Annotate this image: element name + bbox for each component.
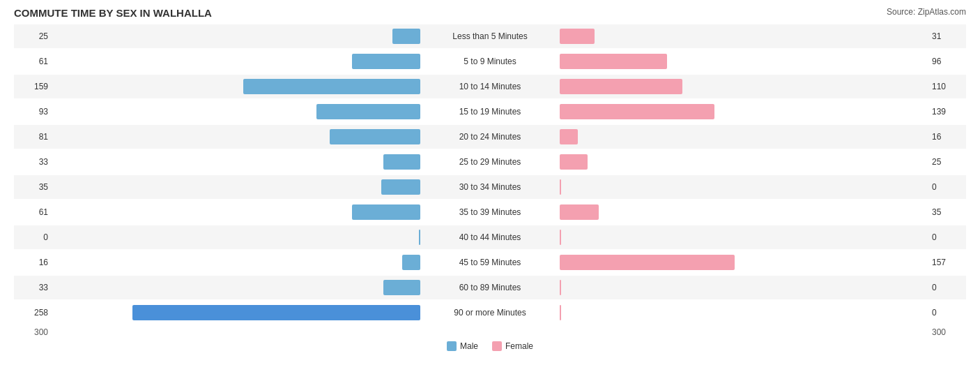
female-bar xyxy=(560,255,735,270)
male-bar-section xyxy=(52,179,420,195)
center-label-section: 10 to 14 Minutes xyxy=(420,82,560,91)
male-bar-section xyxy=(52,154,420,170)
center-label-section: 5 to 9 Minutes xyxy=(420,57,560,66)
female-bar xyxy=(560,29,595,44)
chart-container: COMMUTE TIME BY SEX IN WALHALLA Source: … xyxy=(14,7,966,351)
female-bar-section xyxy=(560,255,928,270)
male-bar xyxy=(383,280,420,295)
center-label-section: 20 to 24 Minutes xyxy=(420,132,560,142)
female-value: 0 xyxy=(928,232,966,242)
female-value: 16 xyxy=(928,132,966,142)
chart-row: 3530 to 34 Minutes0 xyxy=(14,175,966,199)
legend-male-label: Male xyxy=(460,341,478,351)
female-value: 157 xyxy=(928,258,966,267)
male-bar xyxy=(132,305,420,320)
source-label: Source: ZipAtlas.com xyxy=(887,7,966,17)
female-bar-section xyxy=(560,79,928,94)
chart-row: 25Less than 5 Minutes31 xyxy=(14,24,966,48)
row-label: 10 to 14 Minutes xyxy=(459,82,521,91)
male-bar xyxy=(392,29,420,44)
row-label: 35 to 39 Minutes xyxy=(459,207,521,217)
legend-female-box xyxy=(492,341,502,351)
female-value: 35 xyxy=(928,207,966,217)
male-value: 33 xyxy=(14,157,52,167)
male-bar-section xyxy=(52,54,420,69)
female-bar xyxy=(560,179,561,195)
axis-right-label: 300 xyxy=(928,327,966,337)
female-value: 25 xyxy=(928,157,966,167)
male-bar-section xyxy=(52,104,420,119)
male-value: 33 xyxy=(14,283,52,292)
female-bar-section xyxy=(560,204,928,220)
female-bar xyxy=(560,204,599,220)
male-bar-section xyxy=(52,305,420,320)
male-value: 159 xyxy=(14,82,52,91)
male-bar xyxy=(330,129,420,144)
center-label-section: 30 to 34 Minutes xyxy=(420,182,560,192)
chart-row: 6135 to 39 Minutes35 xyxy=(14,200,966,224)
chart-row: 3360 to 89 Minutes0 xyxy=(14,276,966,299)
legend: Male Female xyxy=(14,341,966,351)
female-bar xyxy=(560,54,667,69)
male-bar xyxy=(352,54,420,69)
center-label-section: 45 to 59 Minutes xyxy=(420,258,560,267)
axis-row: 300 300 xyxy=(14,327,966,337)
male-bar-section xyxy=(52,230,420,245)
female-bar xyxy=(560,79,682,94)
legend-male-box xyxy=(447,341,457,351)
male-value: 61 xyxy=(14,207,52,217)
female-value: 110 xyxy=(928,82,966,91)
male-value: 35 xyxy=(14,182,52,192)
chart-title: COMMUTE TIME BY SEX IN WALHALLA xyxy=(14,7,212,19)
female-bar xyxy=(560,280,561,295)
male-value: 16 xyxy=(14,258,52,267)
female-bar-section xyxy=(560,305,928,320)
male-value: 61 xyxy=(14,57,52,66)
row-label: 15 to 19 Minutes xyxy=(459,107,521,117)
chart-header: COMMUTE TIME BY SEX IN WALHALLA Source: … xyxy=(14,7,966,19)
center-label-section: 40 to 44 Minutes xyxy=(420,232,560,242)
female-value: 0 xyxy=(928,283,966,292)
female-bar-section xyxy=(560,104,928,119)
center-label-section: 25 to 29 Minutes xyxy=(420,157,560,167)
male-bar-section xyxy=(52,29,420,44)
male-bar-section xyxy=(52,255,420,270)
legend-male: Male xyxy=(447,341,478,351)
row-label: 30 to 34 Minutes xyxy=(459,182,521,192)
row-label: 20 to 24 Minutes xyxy=(459,132,521,142)
male-value: 258 xyxy=(14,308,52,318)
female-bar-section xyxy=(560,280,928,295)
female-value: 96 xyxy=(928,57,966,66)
female-bar xyxy=(560,230,561,245)
female-value: 139 xyxy=(928,107,966,117)
female-bar-section xyxy=(560,154,928,170)
male-value: 0 xyxy=(14,232,52,242)
female-value: 0 xyxy=(928,308,966,318)
female-bar-section xyxy=(560,230,928,245)
male-value: 93 xyxy=(14,107,52,117)
male-bar-section xyxy=(52,204,420,220)
row-label: 40 to 44 Minutes xyxy=(459,232,521,242)
legend-female: Female xyxy=(492,341,533,351)
female-bar xyxy=(560,154,588,170)
female-bar-section xyxy=(560,54,928,69)
female-value: 0 xyxy=(928,182,966,192)
chart-row: 1645 to 59 Minutes157 xyxy=(14,251,966,274)
row-label: 5 to 9 Minutes xyxy=(464,57,516,66)
row-label: 60 to 89 Minutes xyxy=(459,283,521,292)
male-value: 81 xyxy=(14,132,52,142)
male-bar xyxy=(381,179,420,195)
center-label-section: 90 or more Minutes xyxy=(420,308,560,318)
chart-row: 15910 to 14 Minutes110 xyxy=(14,75,966,98)
female-bar xyxy=(560,305,561,320)
legend-female-label: Female xyxy=(505,341,533,351)
female-bar-section xyxy=(560,179,928,195)
row-label: 45 to 59 Minutes xyxy=(459,258,521,267)
center-label-section: 60 to 89 Minutes xyxy=(420,283,560,292)
chart-row: 9315 to 19 Minutes139 xyxy=(14,100,966,124)
female-bar xyxy=(560,129,578,144)
chart-row: 615 to 9 Minutes96 xyxy=(14,50,966,73)
male-bar xyxy=(243,79,420,94)
male-bar xyxy=(316,104,420,119)
row-label: Less than 5 Minutes xyxy=(452,31,527,41)
